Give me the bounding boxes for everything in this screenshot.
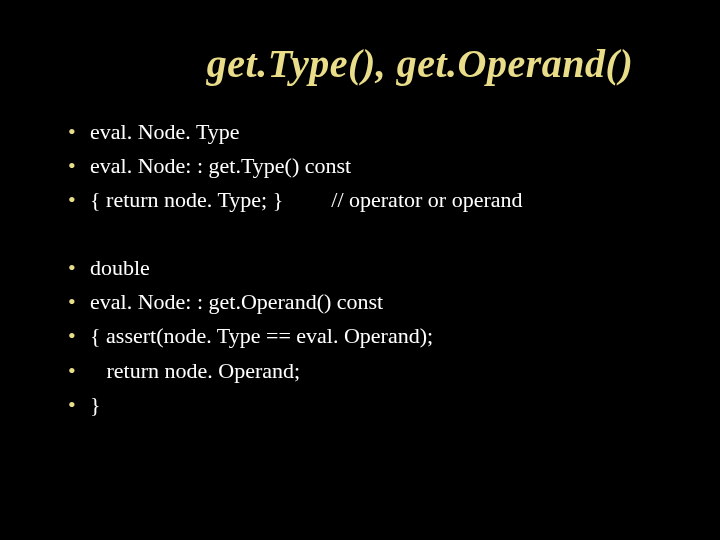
bullet-text: } (90, 392, 101, 417)
bullet-group-1: eval. Node. Type eval. Node: : get.Type(… (56, 115, 664, 217)
bullet-text: double (90, 255, 150, 280)
bullet-text: eval. Node. Type (90, 119, 240, 144)
slide: get.Type(), get.Operand() eval. Node. Ty… (0, 0, 720, 540)
bullet-item: return node. Operand; (62, 354, 664, 388)
bullet-item: eval. Node: : get.Type() const (62, 149, 664, 183)
bullet-text: eval. Node: : get.Type() const (90, 153, 351, 178)
bullet-comment: // operator or operand (331, 183, 522, 217)
bullet-text: eval. Node: : get.Operand() const (90, 289, 383, 314)
bullet-text: return node. Operand; (90, 358, 300, 383)
bullet-code: { return node. Type; } (90, 187, 283, 212)
bullet-item: { assert(node. Type == eval. Operand); (62, 319, 664, 353)
bullet-group-2: double eval. Node: : get.Operand() const… (56, 251, 664, 421)
bullet-item: } (62, 388, 664, 422)
bullet-item: double (62, 251, 664, 285)
spacer (56, 217, 664, 251)
slide-title: get.Type(), get.Operand() (56, 40, 664, 87)
bullet-item: eval. Node: : get.Operand() const (62, 285, 664, 319)
bullet-text: { assert(node. Type == eval. Operand); (90, 323, 433, 348)
bullet-item: { return node. Type; }// operator or ope… (62, 183, 664, 217)
bullet-item: eval. Node. Type (62, 115, 664, 149)
